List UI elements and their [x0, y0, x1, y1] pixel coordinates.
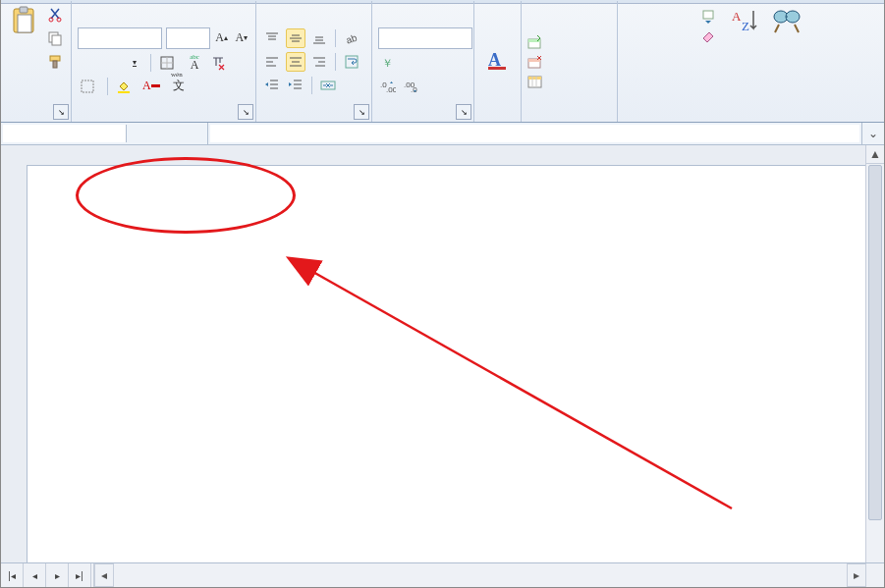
sheet-next-button[interactable]: ▸ — [46, 563, 69, 587]
format-button[interactable] — [527, 74, 611, 89]
clipboard-launcher[interactable]: ↘ — [53, 104, 69, 120]
styles-icon: A — [486, 48, 510, 72]
divider — [311, 77, 312, 94]
svg-text:ab: ab — [345, 31, 360, 45]
decrease-indent-button[interactable] — [262, 76, 282, 95]
svg-rect-7 — [50, 56, 60, 61]
status-bar: |◂ ◂ ▸ ▸| ◂ ▸ — [1, 562, 884, 587]
cells-area[interactable] — [27, 165, 866, 565]
font-name-dropdown[interactable] — [78, 27, 162, 49]
number-group-label — [378, 118, 468, 120]
scroll-right-button[interactable]: ▸ — [847, 563, 866, 587]
comma-button[interactable] — [429, 53, 449, 73]
phonetic-button[interactable]: abc A — [185, 53, 204, 73]
fill-down-icon — [700, 9, 716, 25]
formula-input[interactable] — [210, 125, 859, 142]
cells-group-label — [527, 118, 611, 120]
sheet-first-button[interactable]: |◂ — [1, 563, 24, 587]
number-format-dropdown[interactable] — [378, 27, 472, 49]
format-painter-button[interactable] — [45, 52, 65, 72]
increase-font-button[interactable]: A▴ — [214, 28, 230, 48]
paste-button[interactable] — [8, 5, 39, 40]
align-bottom-button[interactable] — [309, 28, 329, 48]
eraser-icon — [700, 28, 716, 44]
formula-bar: ⌄ — [1, 123, 884, 145]
merge-center-button[interactable] — [318, 76, 338, 95]
row-headers — [1, 165, 28, 565]
divider — [150, 54, 151, 72]
select-all-corner[interactable] — [1, 145, 28, 166]
vertical-scrollbar[interactable]: ▲ — [865, 145, 884, 565]
sort-filter-icon: AZ — [730, 5, 761, 36]
name-box[interactable] — [3, 125, 127, 142]
borders-button[interactable] — [157, 53, 177, 73]
svg-text:Z: Z — [742, 19, 749, 33]
styles-button[interactable]: A — [486, 48, 510, 76]
svg-rect-13 — [118, 91, 130, 93]
fill-color-button[interactable] — [114, 77, 134, 96]
clear-format-button[interactable] — [208, 53, 228, 73]
expand-formula-bar-button[interactable]: ⌄ — [861, 123, 884, 144]
decrease-font-button[interactable]: A▾ — [234, 28, 249, 48]
editing-group-label — [624, 118, 878, 120]
svg-rect-14 — [151, 84, 160, 87]
styles-group-label — [480, 118, 515, 120]
insert-function-button[interactable] — [129, 123, 208, 144]
scroll-left-button[interactable]: ◂ — [94, 563, 114, 587]
format-cells-icon — [527, 74, 543, 89]
decrease-decimal-button[interactable]: .00.0 — [402, 77, 421, 96]
svg-point-61 — [786, 11, 800, 23]
align-group-label — [262, 118, 365, 120]
align-center-button[interactable] — [286, 52, 305, 72]
orientation-button[interactable]: ab — [342, 28, 361, 48]
italic-button[interactable] — [101, 53, 121, 73]
increase-decimal-button[interactable]: .0.00 — [378, 77, 398, 96]
delete-cells-icon — [527, 54, 543, 70]
insert-cells-icon — [527, 34, 543, 50]
number-launcher[interactable]: ↘ — [456, 104, 471, 120]
svg-rect-54 — [528, 77, 541, 80]
find-select-button[interactable] — [771, 5, 802, 40]
currency-button[interactable]: ￥ — [378, 53, 398, 73]
sheet-nav-buttons: |◂ ◂ ▸ ▸| — [1, 563, 91, 587]
sheet-last-button[interactable]: ▸| — [69, 563, 91, 587]
align-middle-button[interactable] — [286, 28, 305, 48]
svg-rect-34 — [346, 56, 358, 68]
delete-button[interactable] — [527, 54, 611, 70]
wrap-text-button[interactable] — [342, 52, 361, 72]
border-style-button[interactable] — [78, 77, 97, 96]
svg-text:.0: .0 — [411, 85, 417, 94]
svg-text:A: A — [732, 9, 742, 24]
fill-button[interactable] — [700, 9, 720, 25]
scroll-thumb[interactable] — [868, 165, 882, 520]
svg-rect-57 — [703, 11, 713, 19]
horizontal-scrollbar[interactable]: ◂ ▸ — [93, 563, 884, 587]
spreadsheet-grid: ▲ — [1, 145, 884, 565]
font-size-dropdown[interactable] — [166, 27, 210, 49]
phonetic-guide-button[interactable]: wén文 — [169, 77, 189, 96]
svg-text:￥: ￥ — [382, 57, 393, 69]
increase-indent-button[interactable] — [286, 76, 305, 95]
font-launcher[interactable]: ↘ — [238, 104, 253, 120]
underline-button[interactable]: ▾ — [125, 53, 144, 73]
sheet-prev-button[interactable]: ◂ — [24, 563, 46, 587]
align-top-button[interactable] — [262, 28, 282, 48]
align-right-button[interactable] — [309, 52, 329, 72]
copy-button[interactable] — [45, 28, 65, 48]
find-icon — [771, 5, 802, 36]
bold-button[interactable] — [78, 53, 97, 73]
font-color-button[interactable]: A — [141, 77, 161, 96]
insert-button[interactable] — [527, 34, 611, 50]
sort-filter-button[interactable]: AZ — [730, 5, 761, 40]
svg-rect-12 — [82, 80, 93, 92]
font-group-label — [78, 118, 249, 120]
divider — [335, 53, 336, 71]
svg-rect-8 — [53, 61, 57, 68]
clear-button[interactable] — [700, 28, 720, 44]
cut-button[interactable] — [45, 5, 65, 25]
svg-text:.00: .00 — [386, 85, 396, 94]
percent-button[interactable] — [406, 53, 425, 73]
scroll-up-button[interactable]: ▲ — [866, 145, 884, 164]
align-launcher[interactable]: ↘ — [354, 104, 369, 120]
align-left-button[interactable] — [262, 52, 282, 72]
